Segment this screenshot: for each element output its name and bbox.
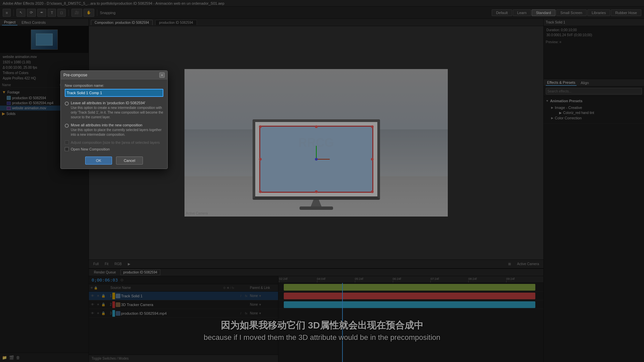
adjust-checkbox-row: Adjust composition [size to the [area of…	[65, 140, 163, 144]
dialog-overlay: Pre-compose × New composition name: Leav…	[0, 0, 644, 362]
cancel-button[interactable]: Cancel	[116, 157, 143, 165]
radio-leave: Leave all attributes in 'production ID 5…	[65, 101, 163, 120]
radio-leave-label: Leave all attributes in 'production ID 5…	[71, 101, 163, 105]
open-comp-checkbox-row: Open New Composition	[65, 147, 163, 151]
radio-leave-btn[interactable]	[65, 102, 69, 106]
open-comp-checkbox[interactable]	[65, 147, 69, 151]
dialog-close-button[interactable]: ×	[159, 72, 165, 78]
adjust-checkbox-label: Adjust composition [size to the [area of…	[71, 140, 160, 144]
adjust-checkbox	[65, 140, 69, 144]
comp-name-input[interactable]	[65, 89, 163, 97]
radio-leave-desc: Use this option to create a new intermed…	[71, 106, 163, 120]
dialog-name-field: New composition name:	[65, 83, 163, 97]
dialog-radio-group: Leave all attributes in 'production ID 5…	[65, 101, 163, 137]
radio-move-btn[interactable]	[65, 124, 69, 128]
comp-name-label: New composition name:	[65, 83, 163, 87]
radio-move-label: Move all attributes into the new composi…	[71, 123, 163, 127]
radio-move-text: Move all attributes into the new composi…	[71, 123, 163, 137]
precompose-dialog: Pre-compose × New composition name: Leav…	[60, 70, 168, 169]
radio-move-desc: Use this option to place the currently s…	[71, 128, 163, 137]
dialog-title: Pre-compose	[63, 73, 159, 77]
ok-button[interactable]: OK	[85, 157, 112, 165]
dialog-buttons: OK Cancel	[65, 157, 163, 165]
open-comp-checkbox-label: Open New Composition	[71, 147, 110, 151]
radio-leave-text: Leave all attributes in 'production ID 5…	[71, 101, 163, 120]
radio-move: Move all attributes into the new composi…	[65, 123, 163, 137]
dialog-titlebar: Pre-compose ×	[61, 71, 167, 79]
dialog-body: New composition name: Leave all attribut…	[61, 79, 167, 169]
